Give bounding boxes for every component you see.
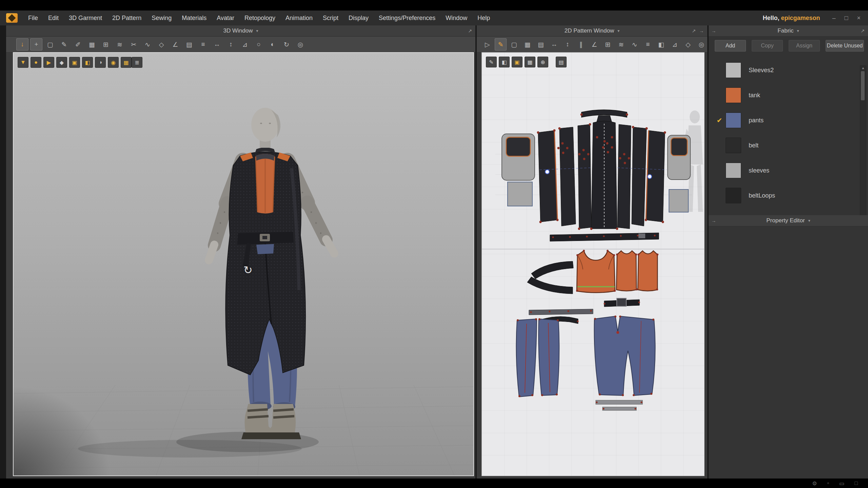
fabric-swatch[interactable]: [726, 163, 741, 178]
fabric-scrollbar[interactable]: ▲ ▼: [860, 65, 866, 219]
menu-item[interactable]: File: [23, 11, 43, 25]
align-lines-icon[interactable]: ≡: [642, 38, 654, 50]
pin-icon[interactable]: ◇: [155, 38, 167, 50]
fabric-item[interactable]: ✔ belt: [709, 133, 868, 158]
menu-item[interactable]: Help: [472, 11, 495, 25]
curve-icon[interactable]: ∿: [629, 38, 640, 50]
fabric-swatch[interactable]: [726, 113, 741, 128]
fabric-swatch[interactable]: [726, 188, 741, 203]
avatar-measure-icon[interactable]: ≣: [132, 57, 142, 68]
menu-item[interactable]: Avatar: [212, 11, 239, 25]
pin-arrow-icon[interactable]: →: [711, 28, 716, 34]
menu-item[interactable]: 2D Pattern: [107, 11, 146, 25]
menu-item[interactable]: Settings/Preferences: [374, 11, 440, 25]
move-vertical-icon[interactable]: ↕: [225, 38, 237, 50]
minimize-button[interactable]: –: [832, 15, 836, 22]
move-horizontal-icon[interactable]: ↔: [211, 38, 223, 50]
transform-select-icon[interactable]: ▷: [481, 38, 493, 50]
show-fabric-icon[interactable]: ▣: [69, 57, 80, 68]
add-pattern-icon[interactable]: ⊞: [100, 38, 112, 50]
angle-icon[interactable]: ∠: [169, 38, 181, 50]
grid-view-icon[interactable]: ▦: [525, 57, 535, 67]
select-box-icon[interactable]: ▢: [44, 38, 56, 50]
mesh-icon[interactable]: ▦: [86, 38, 98, 50]
chevron-down-icon[interactable]: ▾: [617, 28, 619, 33]
show-map-icon[interactable]: ◉: [108, 57, 119, 68]
shade-icon[interactable]: ◐: [267, 38, 279, 50]
chevron-down-icon[interactable]: ▾: [256, 28, 258, 33]
parallel-icon[interactable]: ∥: [575, 38, 587, 50]
simulate-icon[interactable]: ▶: [43, 57, 54, 68]
fabric-item[interactable]: ✔ pants: [709, 108, 868, 133]
close-button[interactable]: ×: [857, 15, 861, 22]
scissors-icon[interactable]: ✂: [127, 38, 140, 50]
texture-view-icon[interactable]: ▣: [512, 57, 522, 67]
username[interactable]: epicgameson: [781, 15, 820, 21]
rotate-gizmo-icon[interactable]: ↻: [243, 264, 253, 277]
fabric-item[interactable]: ✔ beltLoops: [709, 183, 868, 208]
viewport-3d[interactable]: ▼ ● ▶ ◆ ▣ ◧ ◑ ◉: [13, 52, 474, 476]
texture-view-icon[interactable]: ◧: [82, 57, 93, 68]
fabric-item[interactable]: ✔ tank: [709, 83, 868, 108]
menu-item[interactable]: 3D Garment: [64, 11, 107, 25]
move-horizontal-icon[interactable]: ↔: [548, 38, 560, 50]
show-avatar-icon[interactable]: ●: [31, 57, 41, 68]
edit-curve-icon[interactable]: ✐: [72, 38, 84, 50]
monochrome-view-icon[interactable]: ◑: [95, 57, 106, 68]
diamond-icon[interactable]: ◇: [682, 38, 694, 50]
app-logo-icon[interactable]: [6, 13, 18, 23]
viewport-2d[interactable]: ✎ ◧ ▣ ▦ ⊕ ▤: [481, 52, 705, 476]
fabric-swatch-icon[interactable]: ▤: [535, 38, 547, 50]
menu-item[interactable]: Animation: [280, 11, 318, 25]
avatar-pose-icon[interactable]: ◆: [56, 57, 67, 68]
show-garment-icon[interactable]: ▼: [18, 57, 28, 68]
popout-icon[interactable]: ↗: [468, 28, 472, 34]
move-vertical-icon[interactable]: ↕: [562, 38, 573, 50]
grid-icon[interactable]: ▦: [521, 38, 533, 50]
dart-icon[interactable]: ⊿: [239, 38, 251, 50]
dart-icon[interactable]: ⊿: [669, 38, 680, 50]
fabric-swatch[interactable]: [726, 87, 741, 103]
edit-pen-icon[interactable]: ✎: [486, 57, 497, 67]
menu-item[interactable]: Edit: [43, 11, 64, 25]
add-fabric-button[interactable]: Add: [715, 40, 746, 52]
fabric-swatch[interactable]: [726, 62, 741, 78]
menu-item[interactable]: Script: [318, 11, 343, 25]
scrollbar-thumb[interactable]: [861, 71, 865, 100]
chevron-down-icon[interactable]: ▾: [797, 28, 799, 33]
half-view-icon[interactable]: ◧: [499, 57, 510, 67]
angle-icon[interactable]: ∠: [589, 38, 600, 50]
scroll-up-icon[interactable]: ▲: [860, 66, 866, 70]
maximize-button[interactable]: □: [845, 15, 848, 22]
copy-fabric-button[interactable]: Copy: [752, 40, 783, 52]
menu-item[interactable]: Sewing: [146, 11, 177, 25]
pen-icon[interactable]: ✎: [58, 38, 70, 50]
measure-icon[interactable]: ◎: [294, 38, 307, 50]
menu-item[interactable]: Window: [440, 11, 472, 25]
curve-icon[interactable]: ∿: [141, 38, 154, 50]
sewing-icon[interactable]: ≋: [615, 38, 627, 50]
target-icon[interactable]: ◎: [696, 38, 707, 50]
delete-unused-fabric-button[interactable]: Delete Unused: [826, 40, 864, 52]
assign-fabric-button[interactable]: Assign: [789, 40, 820, 52]
theater-mode-icon[interactable]: ▭: [839, 480, 844, 487]
sewing-icon[interactable]: ≋: [114, 38, 126, 50]
popout-icon[interactable]: ↗: [861, 28, 865, 34]
edit-pattern-icon[interactable]: ✎: [495, 38, 506, 50]
circle-icon[interactable]: ○: [253, 38, 265, 50]
fabric-swatch[interactable]: [726, 138, 741, 153]
pattern-box-icon[interactable]: ▢: [508, 38, 520, 50]
fabric-item[interactable]: ✔ sleeves: [709, 158, 868, 183]
half-shade-icon[interactable]: ◧: [655, 38, 667, 50]
dock-arrow-icon[interactable]: →: [699, 28, 704, 34]
align-icon[interactable]: ≡: [197, 38, 209, 50]
chevron-down-icon[interactable]: ▾: [808, 218, 810, 223]
menu-item[interactable]: Retopology: [239, 11, 280, 25]
miniplayer-icon[interactable]: ▫: [827, 480, 829, 486]
fabric-item[interactable]: ✔ Sleeves2: [709, 58, 868, 83]
popout-icon[interactable]: ↗: [692, 28, 696, 34]
add-grid-icon[interactable]: ⊞: [602, 38, 613, 50]
add-point-icon[interactable]: ⊕: [537, 57, 548, 67]
settings-gear-icon[interactable]: ⚙: [812, 480, 817, 487]
import-garment-icon[interactable]: ↓: [16, 38, 28, 50]
